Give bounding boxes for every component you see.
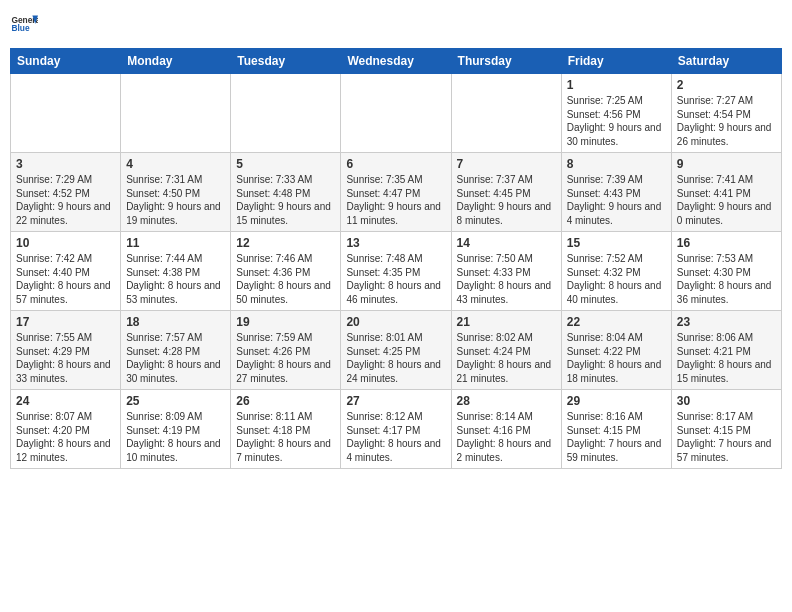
day-info: Sunrise: 7:42 AMSunset: 4:40 PMDaylight:…: [16, 252, 115, 306]
day-number: 2: [677, 78, 776, 92]
day-info: Sunrise: 8:07 AMSunset: 4:20 PMDaylight:…: [16, 410, 115, 464]
day-info: Sunrise: 7:52 AMSunset: 4:32 PMDaylight:…: [567, 252, 666, 306]
calendar-cell: 24Sunrise: 8:07 AMSunset: 4:20 PMDayligh…: [11, 390, 121, 469]
day-number: 8: [567, 157, 666, 171]
day-number: 12: [236, 236, 335, 250]
day-info: Sunrise: 8:11 AMSunset: 4:18 PMDaylight:…: [236, 410, 335, 464]
calendar-cell: 6Sunrise: 7:35 AMSunset: 4:47 PMDaylight…: [341, 153, 451, 232]
calendar-cell: [451, 74, 561, 153]
day-number: 27: [346, 394, 445, 408]
day-info: Sunrise: 7:53 AMSunset: 4:30 PMDaylight:…: [677, 252, 776, 306]
calendar-cell: 7Sunrise: 7:37 AMSunset: 4:45 PMDaylight…: [451, 153, 561, 232]
calendar-cell: [341, 74, 451, 153]
calendar-cell: [11, 74, 121, 153]
day-number: 5: [236, 157, 335, 171]
day-info: Sunrise: 8:09 AMSunset: 4:19 PMDaylight:…: [126, 410, 225, 464]
weekday-saturday: Saturday: [671, 49, 781, 74]
day-number: 3: [16, 157, 115, 171]
calendar-cell: 23Sunrise: 8:06 AMSunset: 4:21 PMDayligh…: [671, 311, 781, 390]
day-number: 9: [677, 157, 776, 171]
day-info: Sunrise: 7:25 AMSunset: 4:56 PMDaylight:…: [567, 94, 666, 148]
day-number: 13: [346, 236, 445, 250]
day-info: Sunrise: 7:50 AMSunset: 4:33 PMDaylight:…: [457, 252, 556, 306]
day-info: Sunrise: 7:37 AMSunset: 4:45 PMDaylight:…: [457, 173, 556, 227]
calendar-cell: 18Sunrise: 7:57 AMSunset: 4:28 PMDayligh…: [121, 311, 231, 390]
day-number: 24: [16, 394, 115, 408]
calendar-cell: 9Sunrise: 7:41 AMSunset: 4:41 PMDaylight…: [671, 153, 781, 232]
calendar-cell: 17Sunrise: 7:55 AMSunset: 4:29 PMDayligh…: [11, 311, 121, 390]
weekday-thursday: Thursday: [451, 49, 561, 74]
calendar-cell: 21Sunrise: 8:02 AMSunset: 4:24 PMDayligh…: [451, 311, 561, 390]
day-info: Sunrise: 8:12 AMSunset: 4:17 PMDaylight:…: [346, 410, 445, 464]
day-number: 18: [126, 315, 225, 329]
day-number: 15: [567, 236, 666, 250]
day-info: Sunrise: 8:01 AMSunset: 4:25 PMDaylight:…: [346, 331, 445, 385]
calendar-cell: [121, 74, 231, 153]
day-info: Sunrise: 7:27 AMSunset: 4:54 PMDaylight:…: [677, 94, 776, 148]
day-number: 4: [126, 157, 225, 171]
calendar-cell: 16Sunrise: 7:53 AMSunset: 4:30 PMDayligh…: [671, 232, 781, 311]
calendar-cell: 29Sunrise: 8:16 AMSunset: 4:15 PMDayligh…: [561, 390, 671, 469]
weekday-sunday: Sunday: [11, 49, 121, 74]
logo: General Blue: [10, 10, 38, 38]
day-number: 10: [16, 236, 115, 250]
calendar-cell: 4Sunrise: 7:31 AMSunset: 4:50 PMDaylight…: [121, 153, 231, 232]
day-number: 23: [677, 315, 776, 329]
page-header: General Blue: [10, 10, 782, 38]
week-row-2: 3Sunrise: 7:29 AMSunset: 4:52 PMDaylight…: [11, 153, 782, 232]
day-info: Sunrise: 7:31 AMSunset: 4:50 PMDaylight:…: [126, 173, 225, 227]
day-number: 26: [236, 394, 335, 408]
day-number: 22: [567, 315, 666, 329]
svg-text:Blue: Blue: [11, 23, 29, 33]
day-info: Sunrise: 8:06 AMSunset: 4:21 PMDaylight:…: [677, 331, 776, 385]
calendar-cell: 1Sunrise: 7:25 AMSunset: 4:56 PMDaylight…: [561, 74, 671, 153]
day-number: 30: [677, 394, 776, 408]
day-info: Sunrise: 7:57 AMSunset: 4:28 PMDaylight:…: [126, 331, 225, 385]
calendar-cell: 5Sunrise: 7:33 AMSunset: 4:48 PMDaylight…: [231, 153, 341, 232]
day-number: 14: [457, 236, 556, 250]
day-number: 21: [457, 315, 556, 329]
calendar-cell: 22Sunrise: 8:04 AMSunset: 4:22 PMDayligh…: [561, 311, 671, 390]
week-row-5: 24Sunrise: 8:07 AMSunset: 4:20 PMDayligh…: [11, 390, 782, 469]
calendar-cell: 30Sunrise: 8:17 AMSunset: 4:15 PMDayligh…: [671, 390, 781, 469]
calendar-cell: 10Sunrise: 7:42 AMSunset: 4:40 PMDayligh…: [11, 232, 121, 311]
day-number: 11: [126, 236, 225, 250]
day-info: Sunrise: 8:02 AMSunset: 4:24 PMDaylight:…: [457, 331, 556, 385]
calendar-cell: 8Sunrise: 7:39 AMSunset: 4:43 PMDaylight…: [561, 153, 671, 232]
week-row-4: 17Sunrise: 7:55 AMSunset: 4:29 PMDayligh…: [11, 311, 782, 390]
day-number: 20: [346, 315, 445, 329]
weekday-tuesday: Tuesday: [231, 49, 341, 74]
day-info: Sunrise: 7:35 AMSunset: 4:47 PMDaylight:…: [346, 173, 445, 227]
calendar-cell: 20Sunrise: 8:01 AMSunset: 4:25 PMDayligh…: [341, 311, 451, 390]
day-number: 19: [236, 315, 335, 329]
calendar-cell: 19Sunrise: 7:59 AMSunset: 4:26 PMDayligh…: [231, 311, 341, 390]
calendar-cell: 11Sunrise: 7:44 AMSunset: 4:38 PMDayligh…: [121, 232, 231, 311]
weekday-friday: Friday: [561, 49, 671, 74]
calendar-cell: 26Sunrise: 8:11 AMSunset: 4:18 PMDayligh…: [231, 390, 341, 469]
logo-icon: General Blue: [10, 10, 38, 38]
day-number: 28: [457, 394, 556, 408]
day-info: Sunrise: 7:29 AMSunset: 4:52 PMDaylight:…: [16, 173, 115, 227]
week-row-1: 1Sunrise: 7:25 AMSunset: 4:56 PMDaylight…: [11, 74, 782, 153]
calendar-cell: 15Sunrise: 7:52 AMSunset: 4:32 PMDayligh…: [561, 232, 671, 311]
calendar-cell: 13Sunrise: 7:48 AMSunset: 4:35 PMDayligh…: [341, 232, 451, 311]
calendar-cell: 28Sunrise: 8:14 AMSunset: 4:16 PMDayligh…: [451, 390, 561, 469]
calendar-cell: 27Sunrise: 8:12 AMSunset: 4:17 PMDayligh…: [341, 390, 451, 469]
day-info: Sunrise: 8:17 AMSunset: 4:15 PMDaylight:…: [677, 410, 776, 464]
day-info: Sunrise: 7:44 AMSunset: 4:38 PMDaylight:…: [126, 252, 225, 306]
weekday-monday: Monday: [121, 49, 231, 74]
day-info: Sunrise: 8:14 AMSunset: 4:16 PMDaylight:…: [457, 410, 556, 464]
calendar-cell: 12Sunrise: 7:46 AMSunset: 4:36 PMDayligh…: [231, 232, 341, 311]
day-info: Sunrise: 7:46 AMSunset: 4:36 PMDaylight:…: [236, 252, 335, 306]
day-number: 29: [567, 394, 666, 408]
day-info: Sunrise: 7:33 AMSunset: 4:48 PMDaylight:…: [236, 173, 335, 227]
day-info: Sunrise: 7:55 AMSunset: 4:29 PMDaylight:…: [16, 331, 115, 385]
day-number: 7: [457, 157, 556, 171]
calendar-cell: 3Sunrise: 7:29 AMSunset: 4:52 PMDaylight…: [11, 153, 121, 232]
calendar-cell: 14Sunrise: 7:50 AMSunset: 4:33 PMDayligh…: [451, 232, 561, 311]
week-row-3: 10Sunrise: 7:42 AMSunset: 4:40 PMDayligh…: [11, 232, 782, 311]
weekday-wednesday: Wednesday: [341, 49, 451, 74]
day-number: 6: [346, 157, 445, 171]
day-number: 1: [567, 78, 666, 92]
day-info: Sunrise: 7:39 AMSunset: 4:43 PMDaylight:…: [567, 173, 666, 227]
